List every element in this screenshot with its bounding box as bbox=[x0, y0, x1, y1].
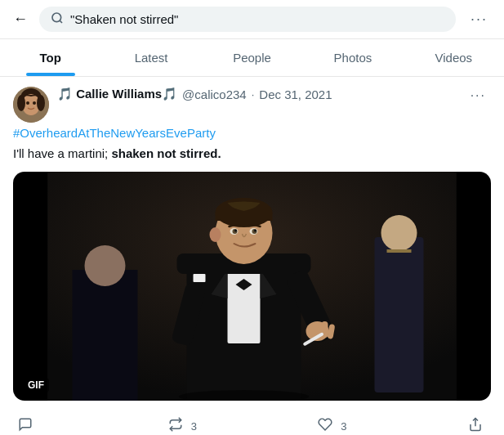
svg-point-36 bbox=[85, 245, 126, 286]
tweet-header: 🎵 Callie Williams🎵 @calico234 · Dec 31, … bbox=[13, 87, 491, 123]
tweet-username: 🎵 Callie Williams🎵 bbox=[57, 87, 177, 101]
like-count: 3 bbox=[341, 420, 346, 433]
tab-latest[interactable]: Latest bbox=[100, 39, 201, 76]
reply-action[interactable] bbox=[13, 412, 163, 436]
search-input[interactable] bbox=[70, 12, 444, 26]
svg-point-7 bbox=[26, 101, 29, 105]
svg-point-27 bbox=[210, 227, 221, 242]
gif-badge: GIF bbox=[23, 378, 49, 392]
svg-point-26 bbox=[254, 229, 256, 231]
retweet-action[interactable]: 3 bbox=[163, 412, 314, 436]
tweet-more-icon: ··· bbox=[471, 88, 486, 102]
tab-photos[interactable]: Photos bbox=[302, 39, 403, 76]
svg-line-1 bbox=[60, 20, 62, 23]
like-action[interactable]: 3 bbox=[313, 412, 463, 436]
tab-top[interactable]: Top bbox=[0, 39, 100, 76]
back-icon: ← bbox=[13, 11, 28, 28]
svg-rect-20 bbox=[216, 213, 273, 221]
svg-point-6 bbox=[37, 95, 45, 111]
svg-point-12 bbox=[381, 215, 417, 251]
tweet-text: I'll have a martini; shaken not stirred. bbox=[13, 145, 491, 164]
gif-container[interactable]: GIF bbox=[13, 172, 491, 401]
avatar bbox=[13, 87, 49, 123]
tweet-card: 🎵 Callie Williams🎵 @calico234 · Dec 31, … bbox=[0, 77, 504, 435]
svg-rect-13 bbox=[387, 249, 412, 253]
tweet-handle: @calico234 bbox=[182, 87, 247, 101]
retweet-icon bbox=[163, 412, 188, 436]
svg-point-25 bbox=[234, 229, 237, 231]
search-bar[interactable] bbox=[39, 7, 456, 32]
action-bar: 3 3 bbox=[13, 409, 491, 436]
tweet-hashtag[interactable]: #OverheardAtTheNewYearsEveParty bbox=[13, 126, 491, 140]
tab-people[interactable]: People bbox=[202, 39, 302, 76]
tweet-dot: · bbox=[252, 88, 255, 101]
svg-point-5 bbox=[17, 95, 25, 111]
tweet-more-button[interactable]: ··· bbox=[466, 87, 491, 105]
svg-rect-35 bbox=[73, 270, 138, 401]
search-icon bbox=[51, 11, 64, 27]
svg-point-0 bbox=[52, 13, 61, 22]
share-icon bbox=[463, 412, 488, 436]
svg-rect-16 bbox=[194, 274, 206, 282]
more-icon: ··· bbox=[471, 11, 488, 27]
reply-icon bbox=[13, 412, 38, 436]
tweet-meta: 🎵 Callie Williams🎵 @calico234 · Dec 31, … bbox=[57, 87, 457, 101]
back-button[interactable]: ← bbox=[10, 7, 31, 31]
svg-point-8 bbox=[33, 101, 36, 105]
tabs-bar: Top Latest People Photos Videos bbox=[0, 39, 504, 77]
svg-rect-11 bbox=[375, 237, 424, 392]
header: ← ··· bbox=[0, 0, 504, 39]
header-more-button[interactable]: ··· bbox=[464, 7, 494, 31]
tab-videos[interactable]: Videos bbox=[404, 39, 504, 76]
tweet-user-line: 🎵 Callie Williams🎵 @calico234 · Dec 31, … bbox=[57, 87, 457, 101]
tweet-date: Dec 31, 2021 bbox=[259, 87, 332, 101]
share-action[interactable] bbox=[463, 412, 491, 436]
retweet-count: 3 bbox=[191, 420, 197, 433]
like-icon bbox=[313, 412, 337, 436]
